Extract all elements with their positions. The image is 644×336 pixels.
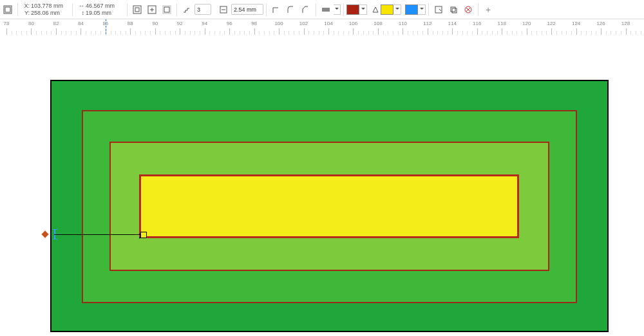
separator [428,3,429,16]
clear-contour-button[interactable] [461,3,475,17]
offset-arrow-line [54,234,141,235]
ruler-tick-label: 94 [202,21,207,26]
origin-node-icon[interactable] [41,230,48,238]
contour-offset-value: 2.54 mm [234,6,256,13]
ruler-tick-label: 98 [251,21,257,26]
corner-bevel-button[interactable] [299,3,313,17]
separator [316,3,316,16]
separator [478,3,478,16]
separator [127,3,128,16]
width-icon: ↔ [77,3,84,10]
ruler-tick-label: 112 [423,21,431,26]
ruler-tick-label: 90 [152,21,158,26]
outside-contour-button[interactable] [160,3,174,17]
offset-icon [216,3,231,17]
separator [72,3,73,16]
y-label: Y: [22,10,30,17]
contour-steps-value: 3 [197,6,200,13]
corner-miter-button[interactable] [269,3,283,17]
outline-color-swatch[interactable] [381,5,393,15]
ruler-tick-label: 96 [227,21,232,26]
ruler-tick-label: 84 [78,21,84,26]
ruler-tick-label: 110 [399,21,407,26]
object-properties-button[interactable] [431,3,446,17]
ruler-tick-label: 118 [498,21,506,26]
ruler-tick-label: 108 [374,21,382,26]
drawing-canvas[interactable]: ➤ [0,35,644,336]
to-center-button[interactable] [130,3,144,17]
end-color-dropdown[interactable] [419,5,426,15]
ruler-tick-label: 124 [572,21,580,26]
svg-rect-11 [452,8,457,13]
svg-rect-2 [133,6,141,14]
ruler-tick-label: 92 [177,21,183,26]
ruler-tick-label: 100 [274,21,283,26]
ruler-tick-label: 88 [128,21,133,26]
height-icon: ↕ [77,10,84,17]
corner-round-button[interactable] [284,3,298,17]
object-position-readout: X: 103.778 mm Y: 258.06 mm [21,1,70,18]
ruler-tick-label: 126 [596,21,605,26]
ruler-tick-label: 128 [621,21,630,26]
contour-steps-input[interactable]: 3 [194,4,211,15]
ruler-tick-label: 120 [522,21,531,26]
offset-drag-handle[interactable] [140,232,147,238]
outline-color-icon [371,5,380,14]
x-value: 103.778 mm [31,3,68,10]
add-preset-button[interactable]: + [481,3,495,17]
svg-rect-9 [435,6,442,13]
y-value: 258.06 mm [31,10,68,17]
svg-rect-3 [135,8,139,12]
ruler-tick-label: 122 [547,21,555,26]
ruler-tick-label: 106 [349,21,357,26]
separator [176,3,177,16]
ruler-tick-label: 82 [53,21,59,26]
outline-color-dropdown[interactable] [394,5,401,15]
horizontal-ruler[interactable]: 7880828486889092949698100102104106108110… [0,19,644,35]
steps-icon [180,3,194,17]
svg-rect-5 [164,7,169,12]
ruler-tick-label: 102 [299,21,308,26]
separator [266,3,267,16]
presets-button[interactable] [1,3,15,17]
separator [343,3,344,16]
svg-rect-1 [5,7,10,12]
svg-rect-10 [451,7,455,12]
ruler-tick-label: 104 [324,21,332,26]
object-size-readout: ↔ 46.567 mm ↕ 19.05 mm [75,1,124,18]
svg-rect-8 [322,8,330,12]
contour-offset-input[interactable]: 2.54 mm [231,4,263,15]
ruler-tick-label: 80 [28,21,34,26]
progression-dropdown[interactable] [334,5,341,15]
contour-rect-4-source[interactable] [139,174,519,238]
ruler-tick-label: 116 [473,21,481,26]
height-value: 19.05 mm [86,10,123,17]
x-label: X: [22,3,30,10]
ruler-tick-label: 78 [4,21,10,26]
fill-color-swatch[interactable] [346,5,359,15]
copy-contour-button[interactable] [446,3,460,17]
end-color-swatch[interactable] [405,5,418,15]
ruler-tick-label: 114 [448,21,457,26]
separator [17,3,18,16]
fill-color-dropdown[interactable] [360,5,367,15]
contour-property-bar: X: 103.778 mm Y: 258.06 mm ↔ 46.567 mm ↕… [0,0,644,19]
inside-contour-button[interactable] [145,3,159,17]
linear-progression-button[interactable] [319,3,333,17]
width-value: 46.567 mm [86,3,123,10]
